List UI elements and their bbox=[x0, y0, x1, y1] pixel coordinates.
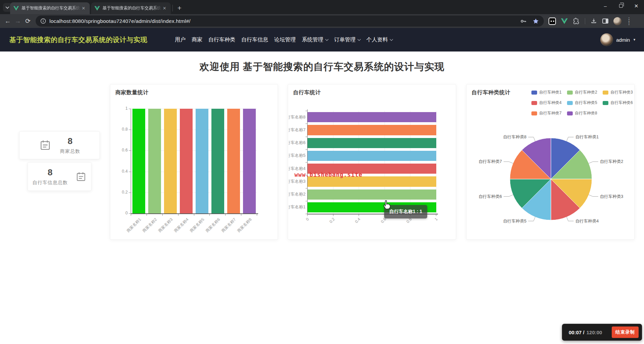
x-axis-tick bbox=[162, 214, 163, 216]
bar-自行车名称8[interactable] bbox=[308, 112, 436, 122]
bar-商家名称7[interactable] bbox=[227, 109, 240, 213]
bar-自行车名称2[interactable] bbox=[308, 190, 436, 200]
bar-自行车名称6[interactable] bbox=[308, 138, 436, 148]
pie-label: 自行车种类7 bbox=[479, 159, 502, 164]
x-tick-label: 0.4 bbox=[348, 217, 361, 231]
mouse-pointer-hand-icon bbox=[381, 200, 392, 210]
downloads-icon[interactable] bbox=[590, 18, 597, 25]
main-content: 欢迎使用 基于智能搜索的自行车交易系统的设计与实现 8 商家总数 8 自行车信息… bbox=[0, 51, 644, 344]
x-axis-tick bbox=[241, 214, 241, 216]
bar-商家名称1[interactable] bbox=[132, 109, 145, 213]
nav-item-label: 系统管理 bbox=[302, 36, 323, 43]
tab-title: 基于智能搜索的自行车交易系统 bbox=[103, 5, 162, 11]
chevron-down-icon bbox=[390, 37, 393, 41]
stat-card-bike-info-total: 8 自行车信息总数 bbox=[28, 162, 91, 191]
x-axis-line bbox=[131, 213, 258, 214]
nav-item-4[interactable]: 自行车信息 bbox=[241, 36, 268, 43]
site-info-icon[interactable] bbox=[40, 18, 46, 24]
screen-recorder-extension-icon[interactable] bbox=[549, 18, 556, 25]
window-close-button[interactable]: ✕ bbox=[629, 0, 644, 12]
window-minimize-button[interactable]: – bbox=[598, 0, 613, 12]
nav-item-label: 自行车信息 bbox=[241, 36, 268, 43]
stop-recording-button[interactable]: 结束录制 bbox=[612, 326, 639, 338]
stat-label: 商家总数 bbox=[60, 148, 80, 154]
pie-label-line bbox=[528, 137, 535, 141]
x-tick-label: 0.2 bbox=[322, 217, 335, 231]
y-tick-label: 0.4 bbox=[112, 169, 128, 174]
x-tick-label: 0 bbox=[296, 217, 310, 231]
password-key-icon[interactable] bbox=[520, 18, 527, 25]
y-axis-tick bbox=[306, 162, 307, 163]
back-button[interactable]: ← bbox=[3, 18, 13, 25]
x-axis-tick bbox=[178, 214, 178, 216]
y-category-label: 自行车名称2 bbox=[289, 188, 306, 201]
bar-自行车名称5[interactable] bbox=[308, 151, 436, 161]
new-tab-button[interactable]: + bbox=[175, 4, 184, 13]
bookmark-star-icon[interactable] bbox=[532, 18, 539, 25]
pie-label: 自行车种类5 bbox=[503, 219, 527, 223]
bar-自行车名称7[interactable] bbox=[308, 125, 436, 135]
bar-商家名称2[interactable] bbox=[148, 109, 161, 213]
tab-divider bbox=[172, 5, 173, 11]
y-category-label: 自行车名称8 bbox=[289, 111, 306, 124]
pie-label-line bbox=[504, 162, 513, 163]
app-navbar: 基于智能搜索的自行车交易系统的设计与实现 用户商家自行车种类自行车信息论坛管理系… bbox=[0, 28, 644, 51]
tab-close-icon[interactable]: ✕ bbox=[81, 5, 86, 11]
chart-card-merchant-count: 商家数量统计 00.20.40.60.81商家名称1商家名称2商家名称3商家名称… bbox=[110, 84, 278, 240]
nav-item-5[interactable]: 论坛管理 bbox=[274, 36, 296, 43]
y-axis-tick bbox=[306, 111, 307, 111]
x-axis-tick bbox=[307, 214, 308, 216]
browser-tab-2[interactable]: 基于智能搜索的自行车交易系统 ✕ bbox=[91, 2, 171, 14]
side-panel-icon[interactable] bbox=[602, 19, 608, 24]
y-tick-label: 0 bbox=[112, 211, 128, 215]
y-category-label: 自行车名称6 bbox=[289, 137, 306, 149]
browser-menu-kebab-icon[interactable]: ⋮⋮⋮ bbox=[627, 19, 631, 24]
pie-label: 自行车种类4 bbox=[575, 219, 599, 223]
pie-label: 自行车种类2 bbox=[600, 159, 623, 164]
pie-label: 自行车种类1 bbox=[575, 135, 599, 139]
user-menu[interactable]: admin ▼ bbox=[600, 28, 636, 51]
chevron-down-icon bbox=[325, 37, 329, 41]
nav-item-label: 订单管理 bbox=[334, 36, 356, 43]
bar-商家名称5[interactable] bbox=[196, 109, 208, 213]
restore-icon bbox=[619, 4, 623, 8]
x-axis-tick bbox=[333, 214, 333, 216]
nav-item-1[interactable]: 用户 bbox=[175, 36, 186, 43]
vue-extension-icon[interactable] bbox=[561, 18, 568, 24]
window-restore-button[interactable] bbox=[613, 0, 629, 12]
user-avatar[interactable] bbox=[600, 33, 613, 46]
bar-商家名称3[interactable] bbox=[164, 109, 177, 213]
bar-商家名称6[interactable] bbox=[211, 109, 224, 213]
x-axis-tick bbox=[225, 214, 226, 216]
y-axis-tick bbox=[306, 137, 307, 137]
vue-favicon-icon bbox=[94, 6, 100, 11]
browser-profile-avatar[interactable] bbox=[613, 17, 621, 25]
nav-item-2[interactable]: 商家 bbox=[192, 36, 202, 43]
bar-商家名称8[interactable] bbox=[243, 109, 256, 213]
address-bar[interactable]: localhost:8080/springbootau72407e/admin/… bbox=[36, 15, 544, 27]
nav-item-6[interactable]: 系统管理 bbox=[302, 36, 328, 43]
y-category-label: 自行车名称5 bbox=[289, 149, 306, 162]
y-tick-label: 0.8 bbox=[112, 127, 128, 132]
bar-商家名称4[interactable] bbox=[180, 109, 193, 213]
y-axis-line bbox=[131, 109, 131, 213]
tab-close-icon[interactable]: ✕ bbox=[162, 5, 167, 11]
pie-label-line bbox=[528, 217, 535, 221]
chart-card-bike-stats: 自行车统计 00.20.40.60.81自行车名称1自行车名称2自行车名称3自行… bbox=[288, 84, 456, 240]
extensions-puzzle-icon[interactable] bbox=[573, 18, 580, 25]
nav-item-3[interactable]: 自行车种类 bbox=[208, 36, 235, 43]
x-axis-tick bbox=[209, 214, 210, 216]
browser-tab-1[interactable]: 基于智能搜索的自行车交易系统 ✕ bbox=[10, 2, 90, 14]
y-axis-tick bbox=[306, 149, 307, 150]
stat-value: 8 bbox=[33, 167, 68, 178]
y-axis-tick bbox=[306, 124, 307, 124]
x-tick-label: 0.6 bbox=[373, 217, 387, 231]
nav-item-7[interactable]: 订单管理 bbox=[334, 36, 360, 43]
nav-item-8[interactable]: 个人资料 bbox=[366, 36, 393, 43]
x-axis-tick bbox=[131, 214, 131, 216]
reload-button[interactable]: ⟳ bbox=[23, 17, 33, 25]
pie-label-line bbox=[589, 162, 598, 163]
forward-button[interactable]: → bbox=[13, 18, 23, 25]
x-tick-label: 1 bbox=[425, 217, 439, 231]
y-category-label: 自行车名称7 bbox=[289, 124, 306, 136]
